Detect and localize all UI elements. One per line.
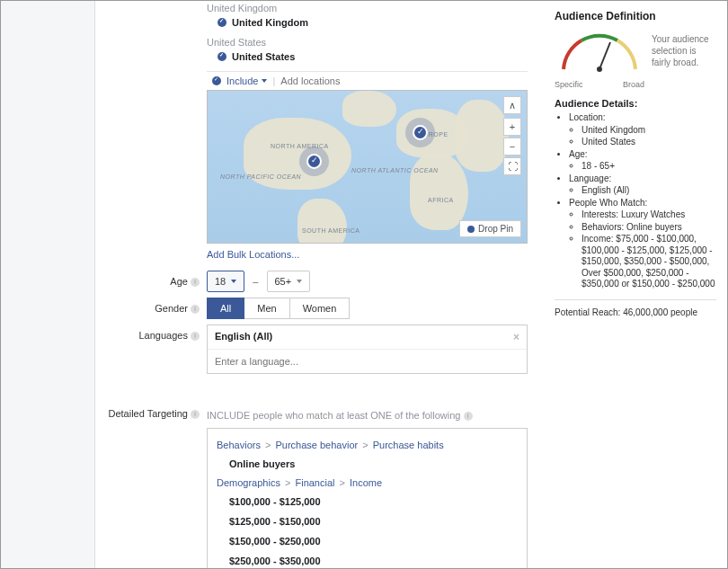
pin-icon <box>467 226 475 233</box>
location-input-row: Include | <box>207 71 528 91</box>
targeting-value[interactable]: $100,000 - $125,000 <box>217 492 518 511</box>
targeting-crumb[interactable]: Purchase habits <box>373 440 444 450</box>
map-label: North Atlantic Ocean <box>351 167 439 173</box>
continent-shape <box>455 100 509 172</box>
potential-reach: Potential Reach: 46,000,000 people <box>555 299 716 317</box>
map-fullscreen-button[interactable]: ⛶ <box>503 157 521 175</box>
language-selected: English (All) <box>215 331 272 343</box>
info-icon[interactable]: i <box>191 305 200 314</box>
languages-label: Languages <box>138 330 187 341</box>
map-marker[interactable] <box>413 125 428 140</box>
location-group-header: United Kingdom <box>207 1 528 15</box>
targeting-value[interactable]: $125,000 - $150,000 <box>217 511 518 531</box>
audience-definition-title: Audience Definition <box>555 10 716 22</box>
map-label: North America <box>271 143 329 149</box>
main-form: United KingdomUnited KingdomUnited State… <box>95 1 544 568</box>
continent-shape <box>342 91 396 127</box>
gender-button-women[interactable]: Women <box>290 298 351 319</box>
location-item-label: United Kingdom <box>232 17 308 28</box>
targeting-crumb[interactable]: Income <box>350 477 382 488</box>
audience-detail-subitem: Behaviors: Online buyers <box>582 222 716 234</box>
detailed-targeting-subtitle: INCLUDE people who match at least ONE of… <box>207 410 460 421</box>
targeting-crumb[interactable]: Behaviors <box>217 440 261 450</box>
left-gutter <box>1 1 95 568</box>
gauge-specific-label: Specific <box>555 80 583 89</box>
include-dropdown[interactable]: Include <box>226 76 272 86</box>
targeting-crumb[interactable]: Financial <box>295 477 334 488</box>
audience-detail-subitem: Interests: Luxury Watches <box>582 209 716 221</box>
audience-details-title: Audience Details: <box>555 98 716 109</box>
map-label: Africa <box>428 197 454 203</box>
age-min-dropdown[interactable]: 18 <box>207 271 244 292</box>
chevron-down-icon <box>262 79 267 83</box>
chevron-down-icon <box>297 280 302 283</box>
pin-icon <box>218 52 226 61</box>
detailed-targeting-label: Detailed Targeting <box>108 408 187 419</box>
chevron-down-icon <box>231 280 236 283</box>
add-bulk-locations-link[interactable]: Add Bulk Locations... <box>207 244 528 269</box>
location-group-header: United States <box>207 35 528 49</box>
svg-point-1 <box>597 67 602 72</box>
gender-button-all[interactable]: All <box>207 298 244 319</box>
audience-detail-subitem: United Kingdom <box>582 125 716 137</box>
audience-detail-subitem: United States <box>582 137 716 148</box>
svg-line-0 <box>599 42 610 69</box>
map-zoom-out-button[interactable]: − <box>503 138 521 156</box>
remove-language-button[interactable]: × <box>513 331 519 343</box>
targeting-crumb[interactable]: Demographics <box>217 477 280 488</box>
continent-shape <box>297 199 347 244</box>
audience-detail-item: People Who Match:Interests: Luxury Watch… <box>569 198 716 290</box>
info-icon[interactable]: i <box>464 412 473 421</box>
gauge-broad-label: Broad <box>623 80 644 89</box>
include-label: Include <box>226 76 258 86</box>
age-label: Age <box>170 276 188 287</box>
audience-detail-item: Age:18 - 65+ <box>569 149 716 173</box>
info-icon[interactable]: i <box>191 278 200 287</box>
info-icon[interactable]: i <box>191 410 200 419</box>
audience-detail-subitem: Income: $75,000 - $100,000, $100,000 - $… <box>582 234 716 290</box>
location-item[interactable]: United Kingdom <box>207 15 528 33</box>
drop-pin-label: Drop Pin <box>478 224 513 234</box>
gender-button-group: AllMenWomen <box>207 298 528 319</box>
info-icon[interactable]: i <box>191 332 200 341</box>
language-input[interactable] <box>208 350 527 373</box>
location-input[interactable] <box>275 76 522 86</box>
location-item[interactable]: United States <box>207 49 528 67</box>
map[interactable]: North America South America Europe Afric… <box>207 91 528 244</box>
audience-detail-item: Language:English (All) <box>569 173 716 197</box>
gender-button-men[interactable]: Men <box>244 298 289 319</box>
map-up-button[interactable]: ∧ <box>503 96 521 114</box>
audience-meter-text: Your audience selection is fairly broad. <box>652 30 716 68</box>
audience-detail-item: Location:United KingdomUnited States <box>569 112 716 148</box>
drop-pin-button[interactable]: Drop Pin <box>459 220 521 237</box>
targeting-value[interactable]: $150,000 - $250,000 <box>217 531 518 551</box>
languages-box: English (All) × <box>207 325 528 374</box>
map-label: North Pacific Ocean <box>220 173 301 180</box>
age-max-dropdown[interactable]: 65+ <box>267 271 311 292</box>
audience-detail-subitem: 18 - 65+ <box>582 161 716 173</box>
detailed-targeting-box: Behaviors > Purchase behavior > Purchase… <box>207 428 528 568</box>
targeting-value[interactable]: Online buyers <box>217 454 518 474</box>
map-marker[interactable] <box>306 154 322 169</box>
audience-detail-subitem: English (All) <box>582 185 716 197</box>
targeting-crumb[interactable]: Purchase behavior <box>275 440 358 450</box>
audience-gauge <box>555 30 644 78</box>
map-zoom-in-button[interactable]: + <box>503 118 521 136</box>
targeting-value[interactable]: $250,000 - $350,000 <box>217 551 518 568</box>
map-label: South America <box>302 227 360 234</box>
pin-icon <box>212 76 221 85</box>
gender-label: Gender <box>155 303 188 314</box>
pin-icon <box>218 18 226 27</box>
location-item-label: United States <box>232 51 295 62</box>
audience-sidebar: Audience Definition Specific Broad <box>544 1 727 568</box>
continent-shape <box>410 154 468 230</box>
